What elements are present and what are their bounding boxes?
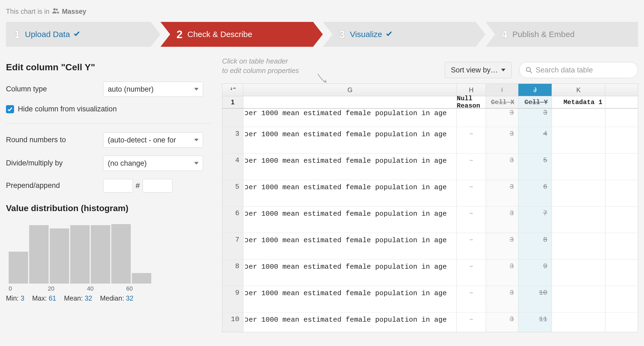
col-header-j[interactable]: J xyxy=(518,84,552,96)
row-number[interactable]: 8 xyxy=(222,260,243,286)
cell-g[interactable]: ɔer 1000 mean estimated female populatio… xyxy=(243,312,457,332)
header-hint: Click on table header to edit column pro… xyxy=(222,56,299,75)
stat-mean-label: Mean: xyxy=(64,294,83,302)
cell-h[interactable]: – xyxy=(457,127,486,153)
row-number[interactable] xyxy=(222,109,243,127)
cell-h[interactable]: – xyxy=(457,233,486,259)
cell-i[interactable]: 3 xyxy=(486,180,518,206)
search-input[interactable]: Search data table xyxy=(519,62,638,78)
cell-j[interactable]: 4 xyxy=(518,127,552,153)
cell-i[interactable]: 3 xyxy=(486,286,518,312)
cell-g[interactable]: ɔer 1000 mean estimated female populatio… xyxy=(243,260,457,286)
sort-view-button[interactable]: Sort view by… xyxy=(445,62,512,78)
round-value: (auto-detect - one for xyxy=(108,136,176,144)
caret-down-icon xyxy=(194,162,199,165)
cell-h[interactable] xyxy=(457,109,486,127)
cell-i[interactable]: 3 xyxy=(486,312,518,332)
cell-h[interactable]: – xyxy=(457,260,486,286)
breadcrumb: This chart is in Massey xyxy=(6,8,638,15)
col-header-g[interactable]: G xyxy=(243,84,457,96)
header-cell-i[interactable]: Cell X xyxy=(486,96,518,108)
prepend-input[interactable] xyxy=(103,179,133,192)
hist-tick: 40 xyxy=(87,285,126,292)
cell-i[interactable]: 3 xyxy=(486,233,518,259)
cell-k[interactable] xyxy=(552,286,605,312)
cell-i[interactable]: 3 xyxy=(486,154,518,180)
header-cell-j[interactable]: Cell Y xyxy=(518,96,552,108)
cell-j[interactable]: 11 xyxy=(518,312,552,332)
append-input[interactable] xyxy=(143,179,172,192)
row-number[interactable]: 5 xyxy=(222,180,243,206)
step-visualize[interactable]: 3 Visualize xyxy=(323,22,476,47)
cell-k[interactable] xyxy=(552,312,605,332)
row-number[interactable]: 7 xyxy=(222,233,243,259)
cell-g[interactable]: ɔer 1000 mean estimated female populatio… xyxy=(243,109,457,127)
row-number[interactable]: 10 xyxy=(222,312,243,332)
step-number: 4 xyxy=(502,28,508,41)
histogram-bar xyxy=(50,228,69,284)
cell-k[interactable] xyxy=(552,207,605,233)
cell-k[interactable] xyxy=(552,109,605,127)
table-row: 6ɔer 1000 mean estimated female populati… xyxy=(222,207,638,233)
cell-g[interactable]: ɔer 1000 mean estimated female populatio… xyxy=(243,127,457,153)
step-publish-embed[interactable]: 4 Publish & Embed xyxy=(485,22,638,47)
transpose-icon xyxy=(230,86,236,94)
step-number: 3 xyxy=(339,28,345,41)
breadcrumb-team[interactable]: Massey xyxy=(62,8,86,15)
cell-k[interactable] xyxy=(552,233,605,259)
cell-k[interactable] xyxy=(552,180,605,206)
step-upload-data[interactable]: 1 Upload Data xyxy=(6,22,151,47)
cell-h[interactable]: – xyxy=(457,207,486,233)
cell-j[interactable]: 5 xyxy=(518,154,552,180)
cell-j[interactable]: 7 xyxy=(518,207,552,233)
cell-k[interactable] xyxy=(552,154,605,180)
round-select[interactable]: (auto-detect - one for xyxy=(103,132,203,148)
histogram-chart: 0 20 40 60 xyxy=(6,221,165,292)
caret-down-icon xyxy=(194,139,199,141)
cell-g[interactable]: ɔer 1000 mean estimated female populatio… xyxy=(243,286,457,312)
cell-g[interactable]: ɔer 1000 mean estimated female populatio… xyxy=(243,207,457,233)
col-header-k[interactable]: K xyxy=(552,84,605,96)
cell-h[interactable]: – xyxy=(457,312,486,332)
caret-down-icon xyxy=(194,88,199,91)
cell-k[interactable] xyxy=(552,127,605,153)
cell-g[interactable]: ɔer 1000 mean estimated female populatio… xyxy=(243,154,457,180)
row-number[interactable]: 4 xyxy=(222,154,243,180)
row-number[interactable]: 3 xyxy=(222,127,243,153)
table-column-header: G H I J K xyxy=(222,84,638,96)
row-number[interactable]: 1 xyxy=(222,96,243,108)
row-number[interactable]: 9 xyxy=(222,286,243,312)
header-cell-g[interactable] xyxy=(243,96,457,108)
data-table-panel: Click on table header to edit column pro… xyxy=(222,62,638,332)
divmul-select[interactable]: (no change) xyxy=(103,156,203,171)
stat-max-label: Max: xyxy=(32,294,47,302)
cell-h[interactable]: – xyxy=(457,286,486,312)
histogram-bar xyxy=(70,225,90,284)
cell-j[interactable]: 6 xyxy=(518,180,552,206)
header-cell-h[interactable]: Null Reason xyxy=(457,96,486,108)
col-header-i[interactable]: I xyxy=(486,84,518,96)
cell-i[interactable]: 3 xyxy=(486,127,518,153)
hide-column-checkbox[interactable] xyxy=(6,105,14,113)
cell-h[interactable]: – xyxy=(457,154,486,180)
cell-j[interactable]: 10 xyxy=(518,286,552,312)
cell-g[interactable]: ɔer 1000 mean estimated female populatio… xyxy=(243,180,457,206)
transpose-button[interactable] xyxy=(222,84,243,96)
cell-i[interactable]: 3 xyxy=(486,109,518,127)
cell-h[interactable]: – xyxy=(457,180,486,206)
cell-j[interactable]: 8 xyxy=(518,233,552,259)
cell-j[interactable]: 9 xyxy=(518,260,552,286)
col-header-h[interactable]: H xyxy=(457,84,486,96)
header-cell-k[interactable]: Metadata 1 xyxy=(552,96,605,108)
hint-line2: to edit column properties xyxy=(222,66,299,75)
table-header-row: 1 Null Reason Cell X Cell Y Metadata 1 xyxy=(222,96,638,109)
step-label: Visualize xyxy=(350,30,382,39)
cell-g[interactable]: ɔer 1000 mean estimated female populatio… xyxy=(243,233,457,259)
cell-i[interactable]: 3 xyxy=(486,207,518,233)
cell-i[interactable]: 3 xyxy=(486,260,518,286)
row-number[interactable]: 6 xyxy=(222,207,243,233)
column-type-select[interactable]: auto (number) xyxy=(103,82,203,97)
step-check-describe[interactable]: 2 Check & Describe xyxy=(160,22,313,47)
cell-j[interactable]: 3 xyxy=(518,109,552,127)
cell-k[interactable] xyxy=(552,260,605,286)
